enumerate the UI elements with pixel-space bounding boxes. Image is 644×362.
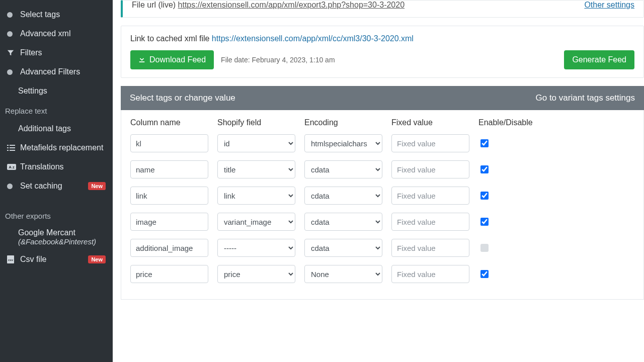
file-date: File date: February 4, 2023, 1:10 am xyxy=(221,56,335,64)
shopify-field-select[interactable]: link xyxy=(217,187,295,205)
sidebar-item-label: Set caching xyxy=(20,182,62,191)
svg-rect-3 xyxy=(10,147,15,148)
table-row: idhtmlspecialchars xyxy=(130,134,634,152)
fixed-value-input[interactable] xyxy=(391,160,469,178)
encoding-select[interactable]: cdata xyxy=(304,213,382,231)
shopify-field-select[interactable]: id xyxy=(217,134,295,152)
tags-panel-header: Select tags or change value Go to varian… xyxy=(121,86,644,110)
sidebar-item-csv-file[interactable]: csv Csv file New xyxy=(0,250,113,269)
circle-icon xyxy=(7,69,20,75)
th-enable: Enable/Disable xyxy=(478,118,539,127)
cached-url-link[interactable]: https://extensionsell.com/app/xml/cc/xml… xyxy=(212,34,414,43)
main: File url (live) https://extensionsell.co… xyxy=(113,0,644,362)
sidebar: Select tags Advanced xml Filters Advance… xyxy=(0,0,113,362)
circle-icon xyxy=(7,184,20,189)
circle-icon xyxy=(7,31,20,37)
sidebar-item-select-tags[interactable]: Select tags xyxy=(0,5,113,24)
table-row: linkcdata xyxy=(130,187,634,205)
enable-checkbox[interactable] xyxy=(480,270,489,278)
th-fixed-value: Fixed value xyxy=(391,118,469,127)
fixed-value-input[interactable] xyxy=(391,265,469,283)
column-name-input[interactable] xyxy=(130,160,208,178)
new-badge: New xyxy=(88,182,106,190)
enable-checkbox[interactable] xyxy=(480,192,489,200)
encoding-select[interactable]: cdata xyxy=(304,187,382,205)
sidebar-item-set-caching[interactable]: Set caching New xyxy=(0,176,113,196)
th-column-name: Column name xyxy=(130,118,208,127)
download-icon xyxy=(138,55,145,64)
az-icon: A z xyxy=(7,164,20,170)
live-url-link[interactable]: https://extensionsell.com/app/xml/export… xyxy=(178,1,405,9)
sidebar-item-advanced-filters[interactable]: Advanced Filters xyxy=(0,62,113,81)
sidebar-item-label: Advanced xml xyxy=(20,29,71,38)
fixed-value-input[interactable] xyxy=(391,187,469,205)
sidebar-section-other: Other exports xyxy=(0,206,113,224)
other-settings-link[interactable]: Other settings xyxy=(584,1,634,10)
go-variant-settings-link[interactable]: Go to variant tags settings xyxy=(536,93,635,103)
live-url-card: File url (live) https://extensionsell.co… xyxy=(121,0,644,18)
sidebar-item-additional-tags[interactable]: Additional tags xyxy=(0,119,113,138)
panel-title: Select tags or change value xyxy=(130,93,235,103)
sidebar-item-label: Metafields replacement xyxy=(20,143,103,152)
sidebar-item-label: Settings xyxy=(18,86,47,96)
download-feed-button[interactable]: Download Feed xyxy=(130,50,214,69)
column-name-input[interactable] xyxy=(130,213,208,231)
enable-checkbox[interactable] xyxy=(480,218,489,226)
cached-xml-card: Link to cached xml file https://extensio… xyxy=(121,26,644,78)
svg-rect-1 xyxy=(10,145,15,146)
table-row: priceNone xyxy=(130,265,634,283)
svg-rect-4 xyxy=(7,150,9,151)
list-icon xyxy=(7,144,20,151)
th-shopify-field: Shopify field xyxy=(217,118,295,127)
enable-checkbox[interactable] xyxy=(480,244,489,252)
csv-icon: csv xyxy=(7,255,20,263)
svg-text:csv: csv xyxy=(8,258,14,261)
svg-rect-0 xyxy=(7,145,9,146)
enable-checkbox[interactable] xyxy=(480,165,489,173)
enable-checkbox[interactable] xyxy=(480,139,489,147)
sidebar-item-label: Advanced Filters xyxy=(20,67,80,76)
svg-text:A z: A z xyxy=(9,165,15,169)
encoding-select[interactable]: cdata xyxy=(304,239,382,257)
sidebar-item-label: Csv file xyxy=(20,255,46,264)
sidebar-item-label: Google Mercant xyxy=(18,228,106,237)
column-name-input[interactable] xyxy=(130,239,208,257)
column-name-input[interactable] xyxy=(130,265,208,283)
svg-rect-2 xyxy=(7,147,9,148)
fixed-value-input[interactable] xyxy=(391,213,469,231)
table-header: Column name Shopify field Encoding Fixed… xyxy=(130,118,634,127)
download-feed-label: Download Feed xyxy=(149,55,206,64)
shopify-field-select[interactable]: ----- xyxy=(217,239,295,257)
table-row: variant_imagecdata xyxy=(130,213,634,231)
column-name-input[interactable] xyxy=(130,187,208,205)
svg-rect-5 xyxy=(10,150,15,151)
sidebar-item-label: Additional tags xyxy=(18,124,71,133)
sidebar-item-sub: (&Facebook&Pinterest) xyxy=(18,237,106,246)
encoding-select[interactable]: htmlspecialchars xyxy=(304,134,382,152)
new-badge: New xyxy=(88,255,106,263)
encoding-select[interactable]: cdata xyxy=(304,160,382,178)
table-row: -----cdata xyxy=(130,239,634,257)
live-url-label: File url (live) xyxy=(132,1,178,9)
shopify-field-select[interactable]: price xyxy=(217,265,295,283)
encoding-select[interactable]: None xyxy=(304,265,382,283)
sidebar-item-label: Select tags xyxy=(20,10,60,19)
sidebar-item-metafields[interactable]: Metafields replacement xyxy=(0,138,113,157)
shopify-field-select[interactable]: title xyxy=(217,160,295,178)
sidebar-item-label: Filters xyxy=(20,48,42,57)
fixed-value-input[interactable] xyxy=(391,134,469,152)
sidebar-item-settings[interactable]: Settings xyxy=(0,81,113,101)
filter-icon xyxy=(7,49,20,56)
table-row: titlecdata xyxy=(130,160,634,178)
sidebar-item-translations[interactable]: A z Translations xyxy=(0,157,113,176)
sidebar-item-filters[interactable]: Filters xyxy=(0,43,113,62)
th-encoding: Encoding xyxy=(304,118,382,127)
cached-label: Link to cached xml file xyxy=(130,34,212,43)
column-name-input[interactable] xyxy=(130,134,208,152)
sidebar-item-label: Translations xyxy=(20,162,64,171)
sidebar-item-advanced-xml[interactable]: Advanced xml xyxy=(0,24,113,43)
sidebar-item-google-merchant[interactable]: Google Mercant (&Facebook&Pinterest) xyxy=(0,224,113,250)
generate-feed-button[interactable]: Generate Feed xyxy=(564,50,634,69)
fixed-value-input[interactable] xyxy=(391,239,469,257)
shopify-field-select[interactable]: variant_image xyxy=(217,213,295,231)
